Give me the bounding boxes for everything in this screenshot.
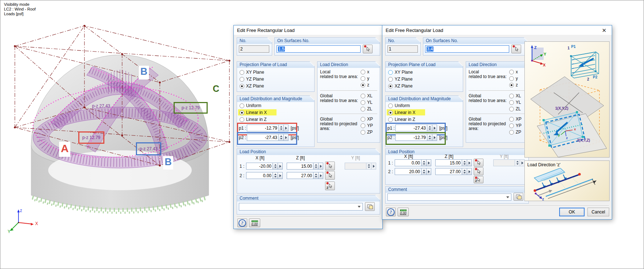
radio-icon bbox=[388, 117, 393, 122]
x1-spinner[interactable] bbox=[273, 163, 278, 170]
radio-uniform[interactable]: Uniform bbox=[388, 103, 410, 108]
z2-detail-button[interactable] bbox=[467, 168, 472, 175]
position-z1-input[interactable]: 15.00 bbox=[287, 163, 313, 170]
position-z2-input[interactable]: 27.00 bbox=[287, 172, 313, 179]
position-pick-two-points-button[interactable]: ✱ 2 bbox=[325, 182, 335, 190]
position-x1-input[interactable]: 0.00 bbox=[395, 159, 421, 166]
position-z1-input[interactable]: 15.00 bbox=[435, 159, 462, 166]
position-z2-input[interactable]: 27.00 bbox=[435, 168, 462, 175]
comment-templates-button[interactable] bbox=[365, 202, 375, 211]
z1-detail-button[interactable] bbox=[319, 163, 323, 170]
radio-dir-z[interactable]: z bbox=[361, 82, 369, 87]
comment-templates-icon bbox=[516, 195, 521, 199]
z2-spinner[interactable] bbox=[462, 168, 467, 175]
y1-spinner bbox=[515, 159, 520, 166]
x2-spinner[interactable] bbox=[421, 168, 427, 175]
radio-dir-xp[interactable]: XP bbox=[509, 117, 522, 122]
radio-dir-y[interactable]: y bbox=[361, 76, 369, 81]
radio-label: y bbox=[516, 76, 518, 81]
x2-detail-button[interactable] bbox=[427, 168, 431, 175]
surfaces-input[interactable]: 3,4 bbox=[425, 45, 509, 53]
p2-input[interactable]: -12.79 bbox=[395, 134, 427, 141]
position-x1-input[interactable]: -20.00 bbox=[246, 163, 273, 170]
surfaces-pick-button[interactable]: ✱ bbox=[363, 45, 373, 53]
radio-dir-xl[interactable]: XL bbox=[509, 93, 521, 98]
p2-input[interactable]: -27.43 bbox=[247, 134, 279, 141]
dialog-title-bar[interactable]: Edit Free Rectangular Load bbox=[382, 25, 612, 35]
radio-yz-plane[interactable]: YZ Plane bbox=[388, 77, 412, 82]
radio-linear-in-z[interactable]: Linear in Z bbox=[240, 117, 267, 122]
x1-spinner[interactable] bbox=[421, 159, 427, 166]
z2-spinner[interactable] bbox=[313, 172, 319, 179]
units-settings-button[interactable]: 0.00 bbox=[398, 208, 409, 216]
radio-xy-plane[interactable]: XY Plane bbox=[240, 70, 264, 75]
radio-icon bbox=[240, 117, 244, 122]
radio-dir-y[interactable]: y bbox=[509, 76, 518, 81]
radio-dir-xp[interactable]: XP bbox=[361, 117, 373, 122]
radio-xz-plane[interactable]: XZ Plane bbox=[240, 83, 264, 89]
position-x2-input[interactable]: 0.00 bbox=[246, 172, 273, 179]
units-settings-button[interactable]: 0.00 bbox=[249, 219, 260, 227]
p1-detail-button[interactable] bbox=[432, 125, 437, 131]
radio-xz-plane[interactable]: XZ Plane bbox=[388, 83, 412, 89]
p1-input[interactable]: -27.43 bbox=[395, 125, 427, 131]
radio-dir-zl[interactable]: ZL bbox=[509, 106, 521, 111]
p1-input[interactable]: -12.79 bbox=[247, 125, 279, 131]
radio-dir-yp[interactable]: YP bbox=[509, 123, 522, 128]
close-button[interactable]: ✕ bbox=[600, 27, 608, 34]
radio-dir-zp[interactable]: ZP bbox=[361, 130, 373, 135]
x2-detail-button[interactable] bbox=[278, 172, 283, 179]
radio-yz-plane[interactable]: YZ Plane bbox=[240, 77, 264, 82]
p1-spinner[interactable] bbox=[279, 125, 284, 131]
p2-detail-button[interactable] bbox=[432, 134, 437, 141]
radio-dir-xl[interactable]: XL bbox=[361, 93, 373, 98]
comment-combobox[interactable] bbox=[387, 193, 511, 201]
radio-dir-zp[interactable]: ZP bbox=[509, 130, 521, 135]
radio-dir-yp[interactable]: YP bbox=[361, 123, 373, 128]
radio-linear-in-x[interactable]: Linear in X bbox=[240, 110, 267, 115]
help-button[interactable]: ? bbox=[386, 208, 396, 216]
z2-detail-button[interactable] bbox=[319, 172, 323, 179]
p1-spinner[interactable] bbox=[427, 125, 432, 131]
position-row1-pick-button[interactable]: ✱ bbox=[474, 159, 483, 167]
surfaces-value: 3,4 bbox=[427, 46, 433, 52]
p2-spinner[interactable] bbox=[279, 134, 284, 141]
z1-spinner[interactable] bbox=[462, 159, 467, 166]
radio-linear-in-x[interactable]: Linear in X bbox=[388, 110, 415, 115]
x2-spinner[interactable] bbox=[273, 172, 278, 179]
position-pick-two-points-button[interactable]: ✱ 2 bbox=[474, 176, 483, 183]
position-row1-pick-button[interactable]: ✱ bbox=[325, 162, 335, 170]
surfaces-pick-button[interactable]: ✱ bbox=[511, 45, 521, 53]
radio-dir-yl[interactable]: YL bbox=[361, 100, 373, 105]
radio-dir-zl[interactable]: ZL bbox=[361, 106, 372, 111]
dialog-title-bar[interactable]: Edit Free Rectangular Load bbox=[234, 25, 382, 35]
radio-uniform[interactable]: Uniform bbox=[240, 103, 261, 108]
help-button[interactable]: ? bbox=[237, 219, 247, 227]
p1-detail-button[interactable] bbox=[284, 125, 288, 131]
radio-xy-plane[interactable]: XY Plane bbox=[388, 70, 413, 75]
radio-dir-yl[interactable]: YL bbox=[509, 100, 521, 105]
p2-detail-button[interactable] bbox=[284, 134, 288, 141]
model-viewport[interactable] bbox=[0, 0, 234, 240]
z1-spinner[interactable] bbox=[313, 163, 319, 170]
pick-star-icon: ✱ bbox=[475, 167, 478, 171]
radio-dir-x[interactable]: x bbox=[361, 69, 369, 74]
position-row2-pick-button[interactable]: ✱ bbox=[325, 171, 335, 180]
cancel-button[interactable]: Cancel bbox=[587, 208, 609, 216]
radio-linear-in-z[interactable]: Linear in Z bbox=[388, 117, 415, 122]
radio-dir-z[interactable]: z bbox=[509, 82, 518, 87]
no-field[interactable]: 2 bbox=[239, 45, 269, 53]
ruler-icon bbox=[400, 209, 407, 211]
p2-spinner[interactable] bbox=[427, 134, 432, 141]
comment-combobox[interactable] bbox=[239, 203, 363, 211]
radio-dir-x[interactable]: x bbox=[509, 69, 518, 74]
z1-detail-button[interactable] bbox=[467, 159, 472, 166]
comment-templates-button[interactable] bbox=[514, 193, 523, 201]
x1-detail-button[interactable] bbox=[278, 163, 283, 170]
x1-detail-button[interactable] bbox=[427, 159, 431, 166]
position-row2-pick-button[interactable]: ✱ bbox=[474, 167, 483, 175]
surfaces-input[interactable]: 1,5 bbox=[277, 45, 361, 53]
ok-button[interactable]: OK bbox=[559, 208, 585, 216]
no-field[interactable]: 1 bbox=[387, 45, 418, 53]
position-x2-input[interactable]: 20.00 bbox=[395, 168, 421, 175]
